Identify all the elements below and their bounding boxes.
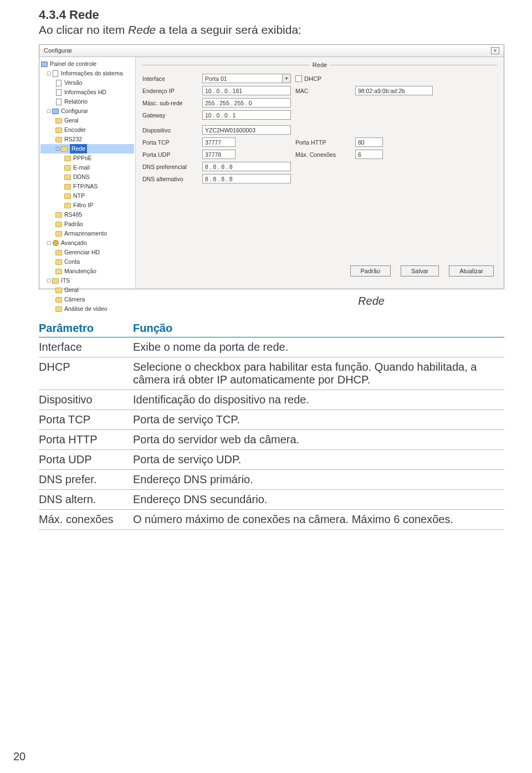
parameters-table: Parâmetro Função InterfaceExibe o nome d… (39, 320, 504, 530)
tree-ftp[interactable]: FTP/NAS (40, 182, 134, 191)
folder-icon (41, 62, 48, 67)
doc-icon (56, 89, 62, 96)
maxcon-field[interactable]: 6 (355, 150, 383, 159)
tree-its-cam[interactable]: Câmera (40, 295, 134, 304)
mac-label: MAC (295, 88, 351, 94)
param-cell: Dispositivo (39, 390, 133, 410)
chevron-down-icon[interactable]: ▾ (282, 74, 291, 83)
desc-cell: O número máximo de conexões na câmera. M… (133, 510, 504, 530)
divider (330, 65, 497, 65)
divider (142, 65, 309, 65)
desc-cell: Identificação do dispositivo na rede. (133, 390, 504, 410)
tree-avancado[interactable]: ▢Avançado (40, 238, 134, 248)
close-button[interactable]: × (491, 47, 499, 54)
dispositivo-label: Dispositivo (142, 127, 198, 134)
tree-armaz[interactable]: Armazenamento (40, 229, 134, 238)
tree-gerhd[interactable]: Gerenciar HD (40, 248, 134, 257)
dhcp-checkbox[interactable] (295, 75, 302, 82)
param-cell: DNS altern. (39, 490, 133, 510)
dispositivo-field[interactable]: YZC2HW01600003 (202, 125, 291, 135)
gateway-field[interactable]: 10 . 0 . 0 . 1 (202, 110, 291, 120)
folder-icon (61, 146, 68, 152)
param-cell: Porta UDP (39, 450, 133, 470)
gear-icon (53, 240, 59, 246)
desc-cell: Porta de serviço UDP. (133, 450, 504, 470)
tree-rede[interactable]: ▢Rede (40, 144, 134, 153)
desc-cell: Porta de serviço TCP. (133, 410, 504, 430)
tree-ntp[interactable]: NTP (40, 191, 134, 201)
table-row: Porta HTTPPorta do servidor web da câmer… (39, 430, 504, 450)
expander-icon[interactable]: ▢ (46, 106, 52, 116)
tree-manut[interactable]: Manutenção (40, 267, 134, 276)
interface-value[interactable]: Porta 01 (202, 74, 282, 83)
config-window: Configurar × Painel de controle ▢Informa… (39, 44, 504, 289)
expander-icon[interactable]: ▢ (46, 69, 52, 78)
interface-combo[interactable]: Porta 01 ▾ (202, 74, 291, 83)
mac-field[interactable]: 98:02:a9:0b:ad:2b (355, 86, 433, 95)
salvar-button[interactable]: Salvar (401, 265, 439, 277)
tree-its[interactable]: ▢ITS (40, 276, 134, 285)
desc-cell: Selecione o checkbox para habilitar esta… (133, 357, 504, 390)
tree-geral[interactable]: Geral (40, 116, 134, 125)
tree-relatorio[interactable]: Relatório (40, 97, 134, 106)
padrao-button[interactable]: Padrão (350, 265, 391, 277)
tree-encoder[interactable]: Encoder (40, 125, 134, 135)
tree-rs232[interactable]: RS232 (40, 135, 134, 144)
table-row: Porta UDPPorta de serviço UDP. (39, 450, 504, 470)
doc-icon (56, 80, 62, 86)
nav-tree: Painel de controle ▢Informações do siste… (39, 57, 136, 289)
tree-filtroip[interactable]: Filtro IP (40, 201, 134, 210)
desc-cell: Porta do servidor web da câmera. (133, 430, 504, 450)
doc-icon (56, 99, 62, 105)
expander-icon[interactable]: ▢ (55, 144, 60, 153)
tree-ddns[interactable]: DDNS (40, 172, 134, 182)
expander-icon[interactable]: ▢ (46, 276, 52, 285)
folder-icon (64, 203, 71, 208)
tree-rs485[interactable]: RS485 (40, 210, 134, 219)
tree-padrao[interactable]: Padrão (40, 219, 134, 229)
tree-configurar[interactable]: ▢Configurar (40, 106, 134, 116)
window-title: Configurar (44, 47, 72, 54)
intro-prefix: Ao clicar no item (39, 23, 128, 36)
tree-its-geral[interactable]: Geral (40, 285, 134, 295)
folder-icon (55, 118, 62, 124)
dnspref-field[interactable]: 8 . 8 . 8 . 8 (202, 162, 291, 171)
folder-icon (55, 269, 62, 274)
table-row: InterfaceExibe o nome da porta de rede. (39, 337, 504, 357)
portatcp-field[interactable]: 37777 (202, 137, 236, 147)
folder-icon (55, 297, 62, 303)
portahttp-field[interactable]: 80 (355, 137, 383, 147)
tree-versao[interactable]: Versão (40, 78, 134, 88)
table-row: DHCPSelecione o checkbox para habilitar … (39, 357, 504, 390)
table-row: Máx. conexõesO número máximo de conexões… (39, 510, 504, 530)
dnsalt-field[interactable]: 8 . 8 . 8 . 8 (202, 174, 291, 183)
tree-pppoe[interactable]: PPPoE (40, 153, 134, 163)
portahttp-label: Porta HTTP (295, 139, 351, 146)
tree-infohd[interactable]: Informações HD (40, 88, 134, 97)
mask-label: Másc. sub-rede (142, 100, 198, 106)
folder-icon (64, 175, 71, 180)
mask-field[interactable]: 255 . 255 . 255 . 0 (202, 98, 291, 107)
folder-icon (55, 137, 62, 142)
folder-icon (55, 212, 62, 218)
folder-icon (64, 165, 71, 171)
tree-its-analise[interactable]: Análise de vídeo (40, 304, 134, 314)
dnsalt-label: DNS alternativo (142, 176, 198, 182)
ip-field[interactable]: 10 . 0 . 0 . 181 (202, 86, 291, 95)
folder-icon (64, 184, 71, 190)
tree-email[interactable]: E-mail (40, 163, 134, 172)
expander-icon[interactable]: ▢ (46, 238, 52, 248)
table-row: DNS altern.Endereço DNS secundário. (39, 490, 504, 510)
tree-painel[interactable]: Painel de controle (40, 59, 134, 69)
intro-italic: Rede (128, 23, 156, 36)
portaudp-field[interactable]: 37778 (202, 150, 236, 159)
ip-label: Endereço IP (142, 88, 198, 94)
tree-conta[interactable]: Conta (40, 257, 134, 267)
atualizar-button[interactable]: Atualizar (449, 265, 494, 277)
tree-info[interactable]: ▢Informações do sistema (40, 69, 134, 78)
folder-icon (64, 156, 71, 161)
doc-icon (53, 70, 58, 77)
table-header-funcao: Função (133, 320, 504, 337)
desc-cell: Exibe o nome da porta de rede. (133, 337, 504, 357)
folder-icon (52, 109, 59, 114)
